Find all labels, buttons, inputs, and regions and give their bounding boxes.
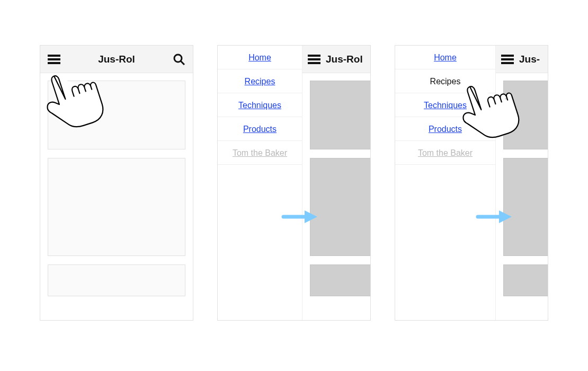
nav-link[interactable]: Recipes [245, 77, 275, 86]
wireframe-frame-drawer-open: Jus-Rol Home Recipes Techniques Products… [217, 45, 371, 321]
content-card [310, 158, 371, 256]
nav-item-recipes[interactable]: Recipes [395, 69, 495, 93]
content-card [503, 81, 548, 149]
nav-link[interactable]: Tom the Baker [233, 148, 287, 157]
content-card [503, 264, 548, 296]
header-bar: Jus-Rol [302, 46, 371, 73]
menu-button[interactable] [500, 52, 515, 67]
header-bar: Jus-Rol [40, 46, 193, 73]
pushed-page: Jus-Rol [302, 46, 371, 320]
nav-item-products[interactable]: Products [395, 117, 495, 141]
nav-item-techniques[interactable]: Techniques [218, 93, 302, 117]
hamburger-icon [48, 55, 60, 64]
pushed-page: Jus- [496, 46, 548, 320]
content-card [48, 158, 185, 256]
nav-item-techniques[interactable]: Techniques [395, 93, 495, 117]
page-title: Jus- [519, 54, 548, 65]
menu-button[interactable] [47, 52, 61, 67]
content-card [48, 264, 185, 296]
content-card [310, 264, 371, 296]
nav-link[interactable]: Home [248, 53, 271, 62]
nav-link[interactable]: Techniques [238, 101, 281, 110]
page-title: Jus-Rol [61, 54, 172, 65]
nav-link[interactable]: Techniques [424, 101, 467, 110]
svg-point-3 [174, 55, 182, 62]
header-bar: Jus- [496, 46, 548, 73]
nav-link-selected: Recipes [430, 77, 461, 86]
nav-link[interactable]: Products [429, 125, 462, 134]
nav-link[interactable]: Home [434, 53, 457, 62]
nav-item-tom-the-baker[interactable]: Tom the Baker [218, 141, 302, 165]
hamburger-icon [308, 55, 320, 64]
nav-item-home[interactable]: Home [218, 46, 302, 69]
page-content [496, 73, 548, 312]
nav-item-tom-the-baker[interactable]: Tom the Baker [395, 141, 495, 165]
nav-item-recipes[interactable]: Recipes [218, 69, 302, 93]
nav-drawer: Home Recipes Techniques Products Tom the… [218, 46, 302, 320]
page-title: Jus-Rol [326, 54, 371, 65]
nav-item-home[interactable]: Home [395, 46, 495, 69]
wireframe-frame-item-selected: Jus- Home Recipes Techniques Products To… [395, 45, 548, 321]
svg-line-4 [181, 61, 185, 65]
wireframe-frame-closed: Jus-Rol [40, 45, 193, 321]
hamburger-icon [501, 55, 514, 64]
search-button[interactable] [172, 52, 186, 67]
menu-button[interactable] [307, 52, 322, 67]
nav-item-products[interactable]: Products [218, 117, 302, 141]
nav-drawer: Home Recipes Techniques Products Tom the… [395, 46, 496, 320]
page-content [302, 73, 371, 312]
nav-link[interactable]: Tom the Baker [418, 148, 473, 157]
content-card [310, 81, 371, 149]
nav-link[interactable]: Products [243, 125, 277, 134]
content-card [48, 81, 185, 149]
content-card [503, 158, 548, 256]
page-content [40, 73, 193, 312]
search-icon [173, 54, 185, 65]
